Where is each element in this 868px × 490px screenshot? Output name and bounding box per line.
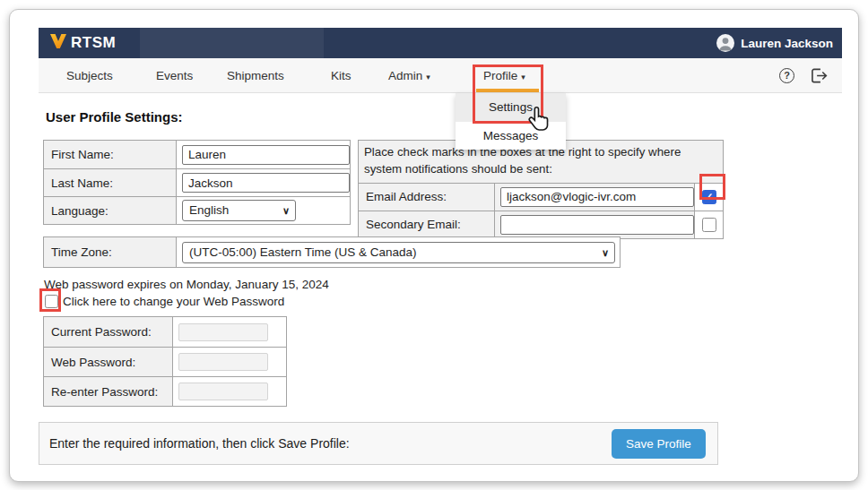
secondary-checkbox-cell	[694, 211, 723, 238]
user-name: Lauren Jackson	[741, 37, 833, 50]
active-tab-indicator	[476, 89, 539, 92]
app-logo-text: RTSM	[71, 34, 116, 52]
language-select[interactable]: English ∨	[182, 200, 296, 221]
nav-item-subjects[interactable]: Subjects	[66, 58, 113, 93]
timezone-label: Time Zone:	[44, 237, 177, 267]
footer-instruction: Enter the required information, then cli…	[49, 436, 350, 451]
app-window: RTSM Lauren Jackson Subjects Events Ship…	[9, 9, 859, 482]
profile-fields-table: First Name: Last Name: Language: English…	[43, 140, 351, 225]
app-logo[interactable]: RTSM	[49, 33, 116, 53]
nav-item-events[interactable]: Events	[156, 58, 193, 93]
logout-icon[interactable]	[811, 68, 828, 87]
email-notify-checkbox[interactable]: ✓	[702, 190, 716, 204]
reenter-password-label: Re-enter Password:	[44, 377, 173, 406]
table-row: Re-enter Password:	[44, 376, 286, 406]
last-name-label: Last Name:	[44, 169, 177, 196]
user-menu[interactable]: Lauren Jackson	[716, 28, 833, 58]
caret-down-icon: ▾	[426, 73, 430, 82]
caret-down-icon: ▾	[521, 73, 525, 82]
web-password-label: Web Password:	[44, 348, 173, 376]
password-expiry-text: Web password expires on Monday, January …	[44, 278, 329, 291]
email-address-input[interactable]	[500, 187, 694, 207]
main-navigation: Subjects Events Shipments Kits Admin▾ Pr…	[39, 58, 842, 93]
reenter-password-input[interactable]	[178, 383, 268, 400]
language-select-value: English	[189, 203, 229, 217]
secondary-notify-checkbox[interactable]	[702, 218, 716, 232]
password-fields-table: Current Password: Web Password: Re-enter…	[43, 316, 287, 407]
top-header-bar: RTSM Lauren Jackson	[39, 28, 842, 58]
timezone-table: Time Zone: (UTC-05:00) Eastern Time (US …	[43, 236, 621, 268]
change-password-row: Click here to change your Web Password	[45, 293, 284, 309]
chevron-down-icon: ∨	[602, 243, 609, 262]
nav-item-admin-label: Admin	[388, 69, 422, 82]
secondary-email-label: Secondary Email:	[359, 211, 495, 238]
timezone-select-value: (UTC-05:00) Eastern Time (US & Canada)	[189, 245, 417, 259]
change-password-label: Click here to change your Web Password	[63, 295, 284, 308]
first-name-input[interactable]	[182, 145, 350, 165]
header-highlight-strip	[140, 28, 324, 58]
notifications-panel: Place check marks in the boxes at the ri…	[358, 140, 724, 239]
brand-v-icon	[49, 33, 67, 53]
menu-item-messages[interactable]: Messages	[456, 122, 566, 150]
table-row: Current Password:	[44, 317, 286, 347]
current-password-input[interactable]	[178, 323, 268, 341]
help-icon[interactable]: ?	[779, 68, 794, 83]
table-row: Language: English ∨	[44, 196, 350, 224]
table-row: Web Password:	[44, 347, 286, 376]
nav-item-profile-label: Profile	[483, 69, 517, 82]
secondary-email-input[interactable]	[500, 215, 694, 235]
table-row: Last Name:	[44, 168, 350, 196]
nav-item-shipments[interactable]: Shipments	[227, 58, 284, 93]
chevron-down-icon: ∨	[282, 201, 290, 220]
user-avatar-icon	[716, 34, 734, 52]
web-password-input[interactable]	[178, 353, 268, 371]
profile-dropdown-menu: Settings Messages	[456, 93, 566, 150]
change-password-checkbox[interactable]	[45, 295, 58, 308]
table-row: Time Zone: (UTC-05:00) Eastern Time (US …	[44, 237, 620, 267]
email-checkbox-cell: ✓	[694, 184, 723, 211]
last-name-input[interactable]	[182, 173, 350, 193]
save-profile-button[interactable]: Save Profile	[612, 429, 706, 459]
timezone-select[interactable]: (UTC-05:00) Eastern Time (US & Canada) ∨	[182, 242, 615, 263]
first-name-label: First Name:	[44, 141, 177, 168]
page-title: User Profile Settings:	[46, 109, 183, 125]
email-address-label: Email Address:	[359, 184, 495, 211]
footer-action-bar: Enter the required information, then cli…	[39, 422, 718, 465]
nav-item-kits[interactable]: Kits	[331, 58, 352, 93]
table-row: Secondary Email:	[359, 211, 723, 238]
current-password-label: Current Password:	[44, 317, 173, 347]
nav-item-admin[interactable]: Admin▾	[388, 58, 430, 93]
language-label: Language:	[44, 197, 177, 224]
table-row: First Name:	[44, 141, 350, 168]
table-row: Email Address: ✓	[359, 183, 723, 211]
menu-item-settings[interactable]: Settings	[456, 93, 566, 122]
